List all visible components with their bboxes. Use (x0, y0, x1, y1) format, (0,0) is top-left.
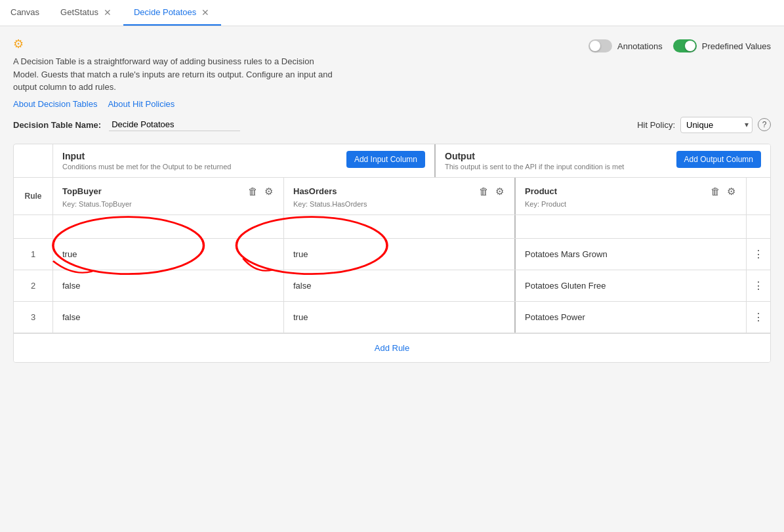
table-name-input[interactable] (109, 118, 240, 131)
input1-col-title: TopBuyer (62, 186, 102, 196)
output1-delete-button[interactable]: 🗑 (709, 184, 722, 199)
output-section-header: Output This output is sent to the API if… (436, 144, 770, 177)
input2-col-header: HasOrders 🗑 ⚙ Key: Status.HasOrders (284, 178, 516, 215)
rule-num-1: 1 (14, 239, 53, 270)
predefined-toggle[interactable] (673, 39, 697, 52)
input1-settings-button[interactable]: ⚙ (263, 184, 274, 199)
header-right: Annotations Predefined Values (588, 37, 771, 52)
input2-settings-button[interactable]: ⚙ (494, 184, 505, 199)
tab-bar: Canvas GetStatus ✕ Decide Potatoes ✕ (0, 0, 784, 26)
input-section-desc: Conditions must be met for the Output to… (62, 163, 231, 171)
output1-settings-button[interactable]: ⚙ (726, 184, 737, 199)
header-area: ⚙ A Decision Table is a straightforward … (13, 37, 771, 109)
tab-decideprotatoes-close[interactable]: ✕ (200, 8, 211, 17)
description-text: A Decision Table is a straightforward wa… (13, 55, 341, 94)
row2-more-button[interactable]: ⋮ (753, 279, 764, 292)
table-row: 1 true true Potatoes Mars Grown ⋮ (14, 239, 770, 270)
row1-output[interactable]: Potatoes Mars Grown (516, 239, 747, 270)
header-left: ⚙ A Decision Table is a straightforward … (13, 37, 588, 109)
input2-empty (284, 215, 516, 238)
output1-col-key: Key: Product (525, 200, 737, 208)
name-and-policy-row: Decision Table Name: Hit Policy: Unique … (13, 117, 771, 133)
annotations-label: Annotations (617, 41, 663, 51)
output1-col-title: Product (525, 186, 557, 196)
actions-empty (747, 215, 770, 238)
row2-actions: ⋮ (747, 270, 770, 301)
annotations-toggle-group: Annotations (588, 39, 663, 52)
input1-col-key: Key: Status.TopBuyer (62, 200, 274, 208)
annotations-toggle[interactable] (588, 39, 612, 52)
add-rule-row: Add Rule (14, 333, 770, 362)
row1-more-button[interactable]: ⋮ (753, 248, 764, 260)
tab-decideprotatoes[interactable]: Decide Potatoes ✕ (123, 0, 221, 26)
row2-input1[interactable]: false (53, 270, 284, 301)
row1-input2[interactable]: true (284, 239, 516, 270)
input1-empty (53, 215, 284, 238)
input1-col-header: TopBuyer 🗑 ⚙ Key: Status.TopBuyer (53, 178, 284, 215)
predefined-label: Predefined Values (702, 41, 771, 51)
input1-delete-button[interactable]: 🗑 (247, 184, 259, 199)
input2-col-actions: 🗑 ⚙ (478, 184, 505, 199)
hit-policy-help[interactable]: ? (758, 118, 771, 131)
hit-policy-label: Hit Policy: (637, 120, 675, 130)
rule-col-header: Rule (14, 178, 53, 215)
tab-canvas[interactable]: Canvas (0, 0, 50, 26)
gear-icon: ⚙ (13, 37, 588, 51)
row2-input2[interactable]: false (284, 270, 516, 301)
output1-col-header: Product 🗑 ⚙ Key: Product (516, 178, 747, 215)
links: About Decision Tables About Hit Policies (13, 99, 588, 109)
input2-col-key: Key: Status.HasOrders (293, 200, 505, 208)
input1-col-actions: 🗑 ⚙ (247, 184, 274, 199)
rule-num-3: 3 (14, 302, 53, 333)
about-hit-policies-link[interactable]: About Hit Policies (108, 99, 175, 109)
row3-more-button[interactable]: ⋮ (753, 311, 764, 323)
row3-actions: ⋮ (747, 302, 770, 333)
input2-col-title: HasOrders (293, 186, 337, 196)
input2-delete-button[interactable]: 🗑 (478, 184, 490, 199)
table-row: 3 false true Potatoes Power ⋮ (14, 302, 770, 333)
row3-output[interactable]: Potatoes Power (516, 302, 747, 333)
output-section-desc: This output is sent to the API if the in… (445, 163, 624, 171)
main-content: ⚙ A Decision Table is a straightforward … (0, 26, 784, 373)
output1-empty (516, 215, 747, 238)
output-section-title: Output (445, 151, 624, 161)
hit-policy-select-wrapper: Unique First Priority Any Collect Rule O… (680, 117, 753, 133)
tab-decideprotatoes-label: Decide Potatoes (134, 7, 196, 17)
decision-table: Input Conditions must be met for the Out… (13, 144, 771, 363)
table-row: 2 false false Potatoes Gluten Free ⋮ (14, 270, 770, 302)
table-name-label: Decision Table Name: (13, 120, 101, 130)
row3-input1[interactable]: false (53, 302, 284, 333)
predefined-slider (673, 39, 697, 52)
input-section-header: Input Conditions must be met for the Out… (53, 144, 436, 177)
output1-col-actions: 🗑 ⚙ (709, 184, 737, 199)
add-input-column-button[interactable]: Add Input Column (346, 151, 425, 168)
column-headers-row: Rule TopBuyer 🗑 ⚙ Key: Status.TopBuyer H… (14, 178, 770, 215)
section-headers: Input Conditions must be met for the Out… (14, 144, 770, 178)
add-rule-link[interactable]: Add Rule (375, 343, 409, 353)
tab-getstatus[interactable]: GetStatus ✕ (50, 0, 123, 26)
row2-output[interactable]: Potatoes Gluten Free (516, 270, 747, 301)
empty-annotation-row (14, 215, 770, 239)
row3-input2[interactable]: true (284, 302, 516, 333)
rule-col-empty (14, 215, 53, 238)
add-output-column-button[interactable]: Add Output Column (676, 151, 761, 168)
about-decision-tables-link[interactable]: About Decision Tables (13, 99, 97, 109)
row1-input1[interactable]: true (53, 239, 284, 270)
rule-num-2: 2 (14, 270, 53, 301)
tab-getstatus-label: GetStatus (60, 7, 98, 17)
actions-col-spacer (747, 178, 770, 215)
predefined-toggle-group: Predefined Values (673, 39, 771, 52)
rule-col-spacer (14, 144, 53, 177)
annotations-slider (588, 39, 612, 52)
tab-canvas-label: Canvas (10, 7, 39, 17)
hit-policy-select[interactable]: Unique First Priority Any Collect Rule O… (680, 117, 753, 133)
row1-actions: ⋮ (747, 239, 770, 270)
tab-getstatus-close[interactable]: ✕ (102, 8, 113, 17)
input-section-title: Input (62, 151, 231, 161)
